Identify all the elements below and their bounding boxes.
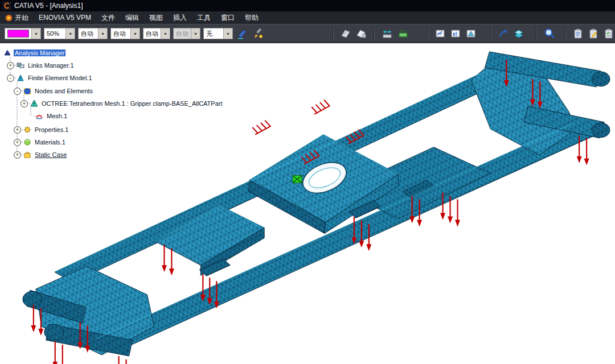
chevron-down-icon[interactable]: ▼ [98, 28, 107, 39]
links-manager-icon [17, 61, 24, 69]
paintbrush-icon[interactable] [251, 26, 264, 42]
chevron-down-icon[interactable]: ▼ [130, 28, 140, 39]
collapse-toggle[interactable]: - [14, 88, 21, 95]
capture-report-icon[interactable] [465, 26, 477, 42]
tree-item-label[interactable]: Static Case [34, 151, 68, 158]
chevron-down-icon: ▼ [191, 28, 200, 39]
expand-toggle[interactable]: + [7, 62, 14, 69]
expand-toggle[interactable]: + [14, 126, 21, 134]
surface-icon[interactable] [355, 26, 367, 42]
tree-item-fem[interactable]: - Finite Element Model.1 [7, 73, 93, 83]
main-toolbar: ▼ 50% ▼ 自动 ▼ 自动 ▼ 自动 ▼ 自动 ▼ 无 ▼ [0, 24, 615, 43]
update-arrow-icon[interactable] [497, 26, 510, 42]
toolbar-separator [427, 27, 428, 40]
title-bar: CATIA V5 - [Analysis1] [0, 0, 615, 11]
chevron-down-icon[interactable]: ▼ [161, 28, 170, 39]
menu-insert-label: 插入 [173, 13, 187, 23]
tree-item-label[interactable]: Nodes and Elements [34, 88, 94, 94]
menu-help-label: 帮助 [245, 13, 259, 23]
clipboard-list-icon[interactable] [602, 26, 615, 42]
point-style-value: 自动 [144, 30, 161, 38]
menu-start-label: 开始 [15, 13, 28, 23]
window-title: CATIA V5 - [Analysis1] [14, 2, 83, 10]
expand-toggle[interactable]: + [14, 139, 21, 146]
chevron-down-icon[interactable]: ▼ [223, 28, 232, 39]
menu-enovia-label: ENOVIA V5 VPM [39, 14, 91, 22]
render-style-value: 自动 [174, 30, 191, 38]
mesh-icon [35, 112, 43, 120]
menu-file[interactable]: 文件 [96, 11, 120, 24]
octree-mesh-icon [30, 100, 38, 107]
layers-icon[interactable] [512, 26, 525, 42]
chevron-down-icon[interactable]: ▼ [65, 28, 75, 39]
graphic-color-picker[interactable]: ▼ [5, 28, 41, 39]
capture-chart-icon[interactable] [449, 26, 462, 42]
tree-item-mesh[interactable]: Mesh.1 [35, 111, 68, 121]
linetype-combo[interactable]: 自动 ▼ [78, 28, 108, 39]
magnifier-icon[interactable] [543, 26, 556, 42]
menu-tools-label: 工具 [197, 13, 211, 23]
nodes-elements-icon [23, 87, 31, 95]
tree-item-materials[interactable]: + Materials.1 [14, 137, 67, 147]
toolbar-separator [333, 27, 333, 40]
chevron-down-icon[interactable]: ▼ [31, 28, 40, 39]
layer-combo[interactable]: 无 ▼ [203, 28, 233, 39]
catia-logo-icon [3, 2, 11, 10]
tree-item-label[interactable]: Materials.1 [34, 139, 67, 146]
tree-item-octree-mesh[interactable]: + OCTREE Tetrahedron Mesh.1 : Gripper cl… [20, 98, 224, 109]
tree-item-label[interactable]: Finite Element Model.1 [27, 75, 93, 81]
ruler-icon[interactable] [380, 26, 394, 42]
menu-insert[interactable]: 插入 [168, 11, 192, 24]
tree-item-nodes-elements[interactable]: - Nodes and Elements [14, 86, 94, 96]
menu-enovia[interactable]: ENOVIA V5 VPM [34, 11, 96, 24]
tree-item-label[interactable]: Links Manager.1 [27, 62, 75, 69]
menu-file-label: 文件 [101, 13, 115, 23]
menu-start[interactable]: 开始 [0, 11, 34, 24]
tree-item-label[interactable]: OCTREE Tetrahedron Mesh.1 : Gripper clam… [40, 100, 224, 107]
toolbar-separator [565, 27, 565, 40]
color-swatch [7, 30, 29, 38]
thickness-value: 自动 [111, 30, 130, 38]
transparency-value: 50% [44, 30, 65, 37]
expand-toggle[interactable]: + [14, 151, 21, 159]
green-marker-symbol[interactable] [293, 176, 302, 183]
capture-image-icon[interactable] [434, 26, 446, 42]
tree-item-label[interactable]: Properties.1 [34, 126, 69, 133]
point-style-combo[interactable]: 自动 ▼ [143, 28, 170, 39]
transparency-combo[interactable]: 50% ▼ [44, 28, 75, 39]
tree-item-analysis-manager[interactable]: Analysis Manager [3, 48, 65, 58]
menu-edit-label: 编辑 [125, 13, 139, 23]
static-case-icon [23, 151, 31, 159]
clipboard-blue-icon[interactable] [572, 26, 584, 42]
thickness-combo[interactable]: 自动 ▼ [110, 28, 140, 39]
workbench-start-icon [5, 14, 13, 22]
menu-window-label: 窗口 [221, 13, 235, 23]
measure-icon[interactable] [397, 26, 409, 42]
menu-bar: 开始 ENOVIA V5 VPM 文件 编辑 视图 插入 工具 窗口 帮助 [0, 11, 615, 24]
expand-toggle[interactable]: + [20, 100, 28, 107]
analysis-manager-icon [3, 49, 11, 57]
tree-item-static-case[interactable]: + Static Case [14, 150, 68, 160]
tree-item-properties[interactable]: + Properties.1 [14, 125, 69, 135]
menu-window[interactable]: 窗口 [216, 11, 240, 24]
linetype-value: 自动 [79, 30, 98, 38]
specification-tree: Analysis Manager + Links Manager.1 - Fin… [2, 46, 241, 168]
menu-help[interactable]: 帮助 [240, 11, 264, 24]
collapse-toggle[interactable]: - [7, 75, 14, 82]
properties-icon [23, 126, 31, 134]
tree-item-label[interactable]: Analysis Manager [14, 49, 65, 56]
menu-view[interactable]: 视图 [144, 11, 168, 24]
materials-icon [23, 138, 31, 146]
menu-view-label: 视图 [149, 13, 163, 23]
pen-icon[interactable] [236, 26, 248, 42]
layer-value: 无 [204, 30, 223, 38]
plane-icon[interactable] [339, 26, 352, 42]
3d-viewport[interactable]: Analysis Manager + Links Manager.1 - Fin… [0, 44, 615, 364]
tree-item-links-manager[interactable]: + Links Manager.1 [7, 60, 75, 71]
clipboard-edit-icon[interactable] [587, 26, 600, 42]
menu-edit[interactable]: 编辑 [120, 11, 144, 24]
toolbar-separator [490, 27, 491, 40]
menu-tools[interactable]: 工具 [192, 11, 216, 24]
tree-item-label[interactable]: Mesh.1 [46, 113, 68, 119]
toolbar-separator [374, 27, 374, 40]
